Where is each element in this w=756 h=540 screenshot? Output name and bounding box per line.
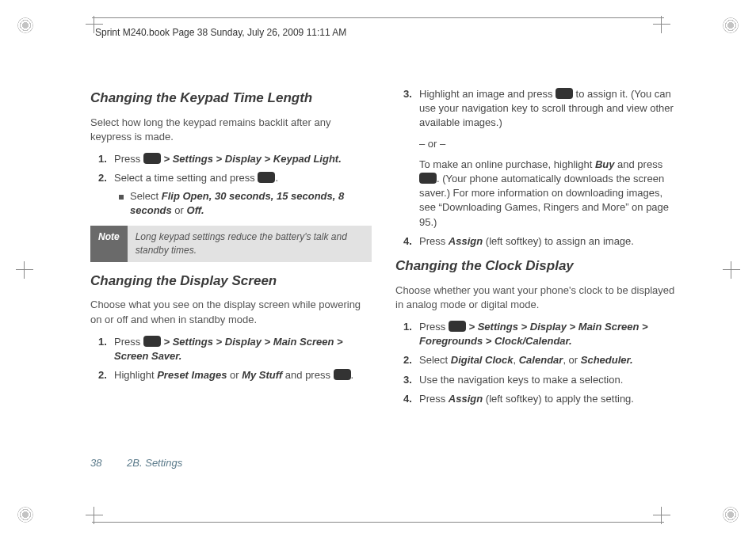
paragraph: Choose what you see on the display scree… [90,298,372,326]
step-item: 2. Highlight Preset Images or My Stuff a… [103,368,372,382]
step-text: Press [419,393,449,405]
menu-ok-icon [419,173,437,184]
option: My Stuff [242,369,282,381]
option: Buy [595,158,615,170]
step-text: (left softkey) to assign an image. [483,235,634,247]
step-item: 4. Press Assign (left softkey) to assign… [408,234,677,249]
menu-ok-icon [143,153,161,164]
nav-path: > Settings > Display > Keypad Light. [161,153,342,165]
step-item: 1. Press > Settings > Display > Keypad L… [103,152,372,166]
step-item: 2. Select a time setting and press . Sel… [103,171,372,218]
page-content: Changing the Keypad Time Length Select h… [90,82,677,485]
heading-keypad-time: Changing the Keypad Time Length [90,89,372,108]
step-text: , [514,354,519,366]
crop-ornament-icon [17,507,33,523]
step-text: , or [563,354,580,366]
option: Off. [187,204,204,216]
softkey: Assign [449,393,483,405]
heading-clock-display: Changing the Clock Display [395,257,677,276]
note-text: Long keypad settings reduce the battery'… [128,226,372,262]
step-item: 1. Press > Settings > Display > Main Scr… [103,335,372,363]
step-text: Highlight [114,369,157,381]
step-text: Use the navigation keys to make a select… [419,374,623,386]
sub-text: or [172,204,187,216]
menu-ok-icon [258,172,275,183]
step-text: . [275,172,278,184]
menu-ok-icon [143,336,161,347]
option: Calendar [519,354,563,366]
step-text: Highlight an image and press [419,88,556,100]
step-item: 3. Use the navigation keys to make a sel… [408,373,677,387]
running-header: Sprint M240.book Page 38 Sunday, July 26… [95,26,346,40]
step-text: and press [614,158,662,170]
step-text: or [227,369,242,381]
step-text: Press [419,321,449,333]
crop-mark-icon [16,261,33,279]
crop-ornament-icon [723,17,739,33]
sub-text: Select [130,190,162,202]
step-text: Select [419,354,451,366]
crop-ornament-icon [723,507,739,523]
sub-item: Select Flip Open, 30 seconds, 15 seconds… [114,189,372,218]
step-item: 4. Press Assign (left softkey) to apply … [408,392,677,406]
option-list: Flip Open, 30 seconds, 15 seconds, 8 sec… [130,190,344,216]
note-label: Note [90,226,128,262]
page-footer: 38 2B. Settings [90,456,182,470]
step-text: . (Your phone automatically downloads th… [419,173,669,228]
or-separator: – or – [419,137,677,151]
section-label: 2B. Settings [127,457,182,469]
paragraph: Select how long the keypad remains backl… [90,116,372,144]
left-column: Changing the Keypad Time Length Select h… [90,82,372,485]
option: Digital Clock [451,354,514,366]
step-text: To make an online purchase, highlight [419,158,595,170]
menu-ok-icon [449,321,466,332]
step-text: (left softkey) to apply the setting. [483,393,634,405]
step-item: 2. Select Digital Clock, Calendar, or Sc… [408,353,677,367]
option: Scheduler. [581,354,633,366]
option: Preset Images [157,369,227,381]
step-text: Press [114,336,143,348]
menu-ok-icon [334,369,351,380]
paragraph: Choose whether you want your phone's clo… [395,283,677,312]
step-text: Press [114,153,143,165]
step-item: 1. Press > Settings > Display > Main Scr… [408,320,677,348]
step-text: and press [282,369,333,381]
heading-display-screen: Changing the Display Screen [90,272,372,291]
step-alt: To make an online purchase, highlight Bu… [419,158,677,230]
step-text: Press [419,235,449,247]
crop-mark-icon [723,261,740,279]
step-item: 3. Highlight an image and press to assig… [408,87,677,230]
crop-ornament-icon [17,17,33,33]
step-text: Select a time setting and press [114,172,258,184]
step-text: . [351,369,354,381]
right-column: 3. Highlight an image and press to assig… [395,82,677,485]
page-number: 38 [90,457,101,469]
menu-ok-icon [556,88,573,99]
softkey: Assign [449,235,483,247]
note-box: Note Long keypad settings reduce the bat… [90,226,372,262]
